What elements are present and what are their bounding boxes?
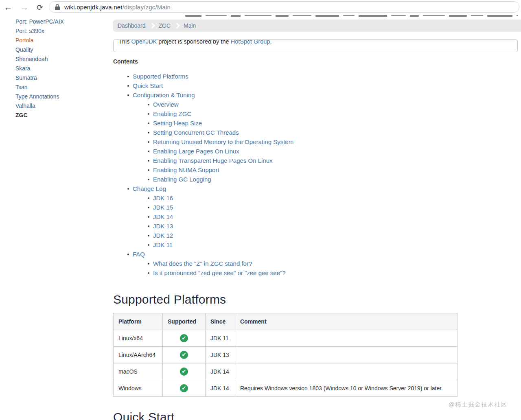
toc-item: What does the "Z" in ZGC stand for? bbox=[113, 259, 398, 268]
sidebar-item-sumatra[interactable]: Sumatra bbox=[15, 73, 105, 83]
address-bar[interactable]: wiki.openjdk.java.net/display/zgc/Main bbox=[49, 1, 519, 13]
sidebar-item-valhalla[interactable]: Valhalla bbox=[15, 101, 105, 111]
url-text: wiki.openjdk.java.net/display/zgc/Main bbox=[64, 4, 171, 11]
hotspot-group-link[interactable]: HotSpot Group bbox=[231, 39, 270, 45]
bullet-icon bbox=[148, 235, 149, 236]
toc-item: JDK 16 bbox=[113, 193, 398, 203]
toc-link-enabling-zgc[interactable]: Enabling ZGC bbox=[153, 109, 191, 118]
comment-cell bbox=[235, 347, 458, 363]
check-icon: ✔ bbox=[180, 351, 188, 359]
table-row: macOS✔JDK 14 bbox=[114, 363, 458, 380]
toc-link-setting-heap-size[interactable]: Setting Heap Size bbox=[153, 118, 202, 128]
bullet-icon bbox=[127, 188, 129, 190]
check-icon: ✔ bbox=[180, 334, 188, 342]
toc-item: Enabling ZGC bbox=[113, 109, 398, 118]
toc-link-jdk-13[interactable]: JDK 13 bbox=[153, 221, 173, 231]
quick-start-heading: Quick Start bbox=[113, 410, 175, 420]
notice-middle: project is sponsored by the bbox=[157, 39, 230, 45]
toc-link-jdk-12[interactable]: JDK 12 bbox=[153, 231, 173, 240]
sidebar-item-portola[interactable]: Portola bbox=[15, 36, 105, 45]
toc-link-enabling-large-pages-on-linux[interactable]: Enabling Large Pages On Linux bbox=[153, 147, 239, 156]
table-header-row: PlatformSupportedSinceComment bbox=[114, 313, 458, 330]
table-of-contents: Supported PlatformsQuick StartConfigurat… bbox=[113, 72, 398, 278]
toc-link-jdk-16[interactable]: JDK 16 bbox=[153, 193, 173, 203]
sidebar-item-shenandoah[interactable]: Shenandoah bbox=[15, 55, 105, 64]
clipped-text-fragment bbox=[293, 15, 311, 16]
bullet-icon bbox=[148, 122, 149, 124]
toc-item: FAQ bbox=[113, 249, 398, 259]
chevron-right-icon bbox=[149, 22, 156, 29]
toc-link-quick-start[interactable]: Quick Start bbox=[133, 81, 163, 90]
toc-link-configuration-tuning[interactable]: Configuration & Tuning bbox=[133, 90, 195, 100]
since-cell: JDK 14 bbox=[206, 363, 235, 380]
comment-cell bbox=[235, 330, 458, 347]
bullet-icon bbox=[148, 207, 149, 208]
toc-item: Supported Platforms bbox=[113, 72, 398, 81]
toc-link-what-does-the-z-in-zgc-stand-for[interactable]: What does the "Z" in ZGC stand for? bbox=[153, 259, 252, 268]
toc-link-change-log[interactable]: Change Log bbox=[133, 184, 166, 193]
supported-cell: ✔ bbox=[163, 347, 206, 363]
clipped-text-fragment bbox=[343, 15, 355, 16]
toc-link-enabling-gc-logging[interactable]: Enabling GC Logging bbox=[153, 175, 211, 184]
openjdk-link[interactable]: OpenJDK bbox=[131, 39, 157, 45]
clipped-text-fragment bbox=[487, 15, 512, 17]
clipped-text-fragment bbox=[359, 15, 387, 17]
breadcrumb-dashboard[interactable]: Dashboard bbox=[118, 22, 146, 29]
clipped-text-fragment bbox=[471, 15, 483, 16]
toc-item: Enabling Transparent Huge Pages On Linux bbox=[113, 156, 398, 165]
bullet-icon bbox=[127, 254, 129, 255]
notice-suffix: . bbox=[270, 39, 271, 45]
since-cell: JDK 11 bbox=[206, 330, 235, 347]
forward-icon[interactable]: → bbox=[19, 2, 30, 13]
lock-icon bbox=[55, 4, 61, 10]
breadcrumb-zgc[interactable]: ZGC bbox=[159, 22, 171, 29]
toc-link-faq[interactable]: FAQ bbox=[133, 249, 145, 259]
bullet-icon bbox=[148, 225, 149, 227]
toc-link-is-it-pronounced-zed-gee-see-or-zee-gee-see[interactable]: Is it pronounced "zed gee see" or "zee g… bbox=[153, 268, 286, 278]
bullet-icon bbox=[148, 216, 149, 218]
toc-link-setting-concurrent-gc-threads[interactable]: Setting Concurrent GC Threads bbox=[153, 128, 239, 137]
breadcrumb-main: Main bbox=[184, 22, 196, 29]
toc-link-returning-unused-memory-to-the-operating-system[interactable]: Returning Unused Memory to the Operating… bbox=[153, 137, 293, 147]
toc-item: Is it pronounced "zed gee see" or "zee g… bbox=[113, 268, 398, 278]
toc-link-enabling-transparent-huge-pages-on-linux[interactable]: Enabling Transparent Huge Pages On Linux bbox=[153, 156, 273, 165]
toc-link-supported-platforms[interactable]: Supported Platforms bbox=[133, 72, 188, 81]
supported-cell: ✔ bbox=[163, 380, 206, 397]
bullet-icon bbox=[127, 76, 129, 77]
bullet-icon bbox=[148, 113, 149, 115]
sidebar-item-quality[interactable]: Quality bbox=[15, 45, 105, 55]
sidebar-item-port-powerpc-aix[interactable]: Port: PowerPC/AIX bbox=[15, 17, 105, 26]
table-row: Linux/x64✔JDK 11 bbox=[114, 330, 458, 347]
toc-link-overview[interactable]: Overview bbox=[153, 100, 179, 109]
bullet-icon bbox=[127, 85, 129, 87]
bullet-icon bbox=[148, 263, 149, 265]
bullet-icon bbox=[148, 104, 149, 105]
toc-item: JDK 12 bbox=[113, 231, 398, 240]
supported-platforms-table: PlatformSupportedSinceComment Linux/x64✔… bbox=[113, 313, 458, 397]
clipped-text-fragment bbox=[276, 15, 289, 17]
sidebar-item-zgc[interactable]: ZGC bbox=[15, 111, 105, 120]
sidebar-item-port-s390x[interactable]: Port: s390x bbox=[15, 26, 105, 36]
toc-link-jdk-11[interactable]: JDK 11 bbox=[153, 240, 173, 249]
toc-link-jdk-15[interactable]: JDK 15 bbox=[153, 203, 173, 212]
toc-item: JDK 14 bbox=[113, 212, 398, 221]
sidebar-item-type-annotations[interactable]: Type Annotations bbox=[15, 92, 105, 101]
column-header-platform: Platform bbox=[114, 313, 163, 330]
clipped-text-fragment bbox=[315, 15, 339, 17]
bullet-icon bbox=[148, 169, 149, 171]
sidebar-item-tsan[interactable]: Tsan bbox=[15, 83, 105, 92]
bullet-icon bbox=[148, 141, 149, 143]
toc-link-enabling-numa-support[interactable]: Enabling NUMA Support bbox=[153, 165, 219, 175]
toc-link-jdk-14[interactable]: JDK 14 bbox=[153, 212, 173, 221]
clipped-text-fragment bbox=[449, 15, 467, 17]
bullet-icon bbox=[148, 179, 149, 180]
project-notice-text: This OpenJDK project is sponsored by the… bbox=[118, 39, 517, 46]
supported-platforms-heading: Supported Platforms bbox=[113, 293, 226, 306]
supported-cell: ✔ bbox=[163, 363, 206, 380]
bullet-icon bbox=[148, 160, 149, 162]
reload-icon[interactable]: ⟳ bbox=[34, 2, 46, 13]
sidebar-item-skara[interactable]: Skara bbox=[15, 64, 105, 73]
notice-prefix: This bbox=[118, 39, 131, 45]
back-icon[interactable]: ← bbox=[2, 2, 14, 13]
table-row: Linux/AArch64✔JDK 13 bbox=[114, 347, 458, 363]
